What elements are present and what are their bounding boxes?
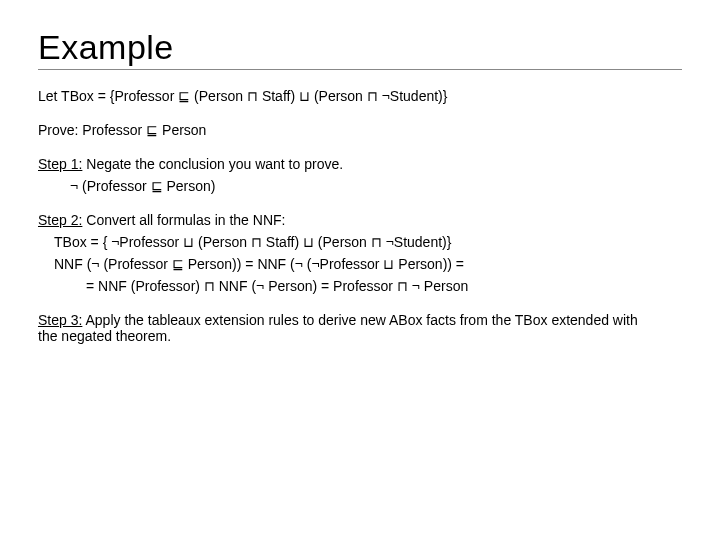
step-1-label: Step 1: [38, 156, 82, 172]
slide-title: Example [38, 28, 682, 70]
step-3-text: Apply the tableaux extension rules to de… [38, 312, 638, 344]
step-1-formula: ¬ (Professor ⊑ Person) [38, 178, 682, 194]
step-1: Step 1: Negate the conclusion you want t… [38, 156, 682, 172]
step-2-text: Convert all formulas in the NNF: [82, 212, 285, 228]
step-2-line3: = NNF (Professor) ⊓ NNF (¬ Person) = Pro… [38, 278, 682, 294]
step-2-line2: NNF (¬ (Professor ⊑ Person)) = NNF (¬ (¬… [38, 256, 682, 272]
step-2-line1: TBox = { ¬Professor ⊔ (Person ⊓ Staff) ⊔… [38, 234, 682, 250]
step-2: Step 2: Convert all formulas in the NNF: [38, 212, 682, 228]
step-2-label: Step 2: [38, 212, 82, 228]
step-1-text: Negate the conclusion you want to prove. [82, 156, 343, 172]
step-3: Step 3: Apply the tableaux extension rul… [38, 312, 638, 344]
tbox-axiom: Let TBox = {Professor ⊑ (Person ⊓ Staff)… [38, 88, 682, 104]
step-3-label: Step 3: [38, 312, 82, 328]
prove-statement: Prove: Professor ⊑ Person [38, 122, 682, 138]
